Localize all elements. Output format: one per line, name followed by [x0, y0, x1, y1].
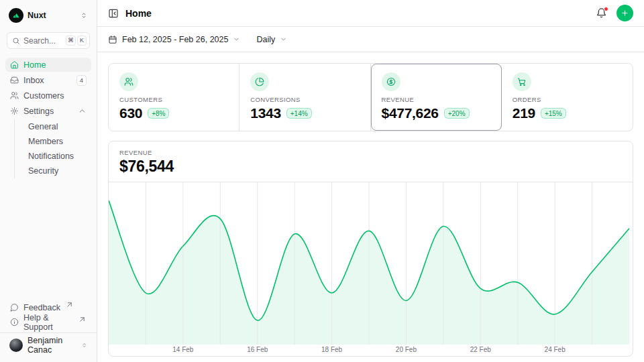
nuxt-logo-icon — [9, 8, 23, 23]
sidebar-item-label: Home — [23, 60, 46, 70]
sidebar-item-settings[interactable]: Settings — [5, 104, 91, 118]
sidebar-item-home[interactable]: Home — [5, 58, 91, 72]
page-title: Home — [125, 8, 152, 19]
sidebar-item-label: Customers — [23, 91, 64, 101]
stat-value: 630 — [119, 105, 142, 121]
sidebar-item-general[interactable]: General — [25, 119, 91, 134]
pie-chart-icon — [255, 77, 264, 86]
x-axis-label: 18 Feb — [321, 346, 342, 353]
arrow-up-right-icon — [65, 300, 74, 309]
stat-delta-badge: +8% — [148, 108, 169, 119]
gear-icon — [10, 107, 19, 115]
sidebar-item-inbox[interactable]: Inbox 4 — [5, 73, 91, 87]
stat-value: $477,626 — [382, 105, 439, 121]
users-icon — [10, 91, 19, 100]
arrow-up-right-icon — [78, 315, 87, 324]
dashboard-content: CUSTOMERS 630 +8% CONVERSIONS 1343 +14% — [97, 52, 644, 362]
topbar-actions — [596, 5, 633, 21]
filter-toolbar: Feb 12, 2025 - Feb 26, 2025 Daily — [97, 27, 644, 52]
chat-bubble-icon — [10, 303, 19, 312]
chart-metric-value: $76,544 — [119, 158, 622, 176]
calendar-icon — [108, 35, 117, 44]
stat-delta-badge: +20% — [444, 108, 470, 119]
chevrons-up-down-icon — [81, 341, 87, 349]
user-name: Benjamin Canac — [28, 336, 76, 355]
users-icon — [124, 77, 133, 86]
stat-conversions[interactable]: CONVERSIONS 1343 +14% — [239, 64, 370, 131]
sidebar: Nuxt Search... ⌘ K Home Inbox 4 Cu — [0, 0, 97, 362]
help-support-link[interactable]: Help & Support — [5, 315, 91, 329]
stat-label: REVENUE — [382, 96, 490, 103]
chevron-up-icon — [78, 107, 87, 115]
plus-icon — [621, 9, 629, 17]
footer-link-label: Help & Support — [23, 313, 73, 332]
stat-revenue[interactable]: REVENUE $477,626 +20% — [371, 64, 502, 131]
revenue-chart-card: REVENUE $76,544 14 Feb16 Feb18 Feb20 Feb… — [108, 141, 633, 357]
chart-canvas — [109, 182, 633, 345]
home-icon — [10, 60, 19, 69]
stat-delta-badge: +15% — [541, 108, 566, 119]
add-button[interactable] — [616, 5, 633, 21]
revenue-area-chart[interactable] — [109, 182, 633, 345]
period-value: Daily — [256, 35, 275, 44]
stat-customers[interactable]: CUSTOMERS 630 +8% — [109, 64, 239, 131]
search-shortcut: ⌘ K — [66, 36, 87, 46]
workspace-name: Nuxt — [28, 11, 46, 20]
workspace-selector[interactable]: Nuxt — [5, 7, 91, 24]
sidebar-footer: Feedback Help & Support Benjamin Canac — [5, 300, 91, 362]
stat-delta-badge: +14% — [286, 108, 312, 119]
sidebar-nav: Home Inbox 4 Customers Settings General … — [5, 57, 91, 180]
stat-label: ORDERS — [513, 96, 622, 103]
stat-label: CONVERSIONS — [250, 96, 359, 103]
date-range-value: Feb 12, 2025 - Feb 26, 2025 — [122, 35, 228, 44]
stat-orders[interactable]: ORDERS 219 +15% — [502, 64, 633, 131]
main-area: Home Feb 12, 2025 - Feb 26, 2025 Daily — [97, 0, 644, 362]
x-axis: 14 Feb16 Feb18 Feb20 Feb22 Feb24 Feb — [109, 345, 633, 356]
sidebar-item-notifications[interactable]: Notifications — [25, 149, 91, 164]
x-axis-label: 14 Feb — [172, 346, 193, 353]
x-axis-label: 16 Feb — [247, 346, 268, 353]
notifications-button[interactable] — [596, 7, 607, 19]
x-axis-label: 22 Feb — [470, 346, 491, 353]
user-menu[interactable]: Benjamin Canac — [7, 337, 90, 353]
chart-metric-label: REVENUE — [119, 149, 622, 156]
sidebar-item-label: Inbox — [23, 76, 44, 85]
avatar — [9, 339, 23, 352]
sidebar-item-security[interactable]: Security — [25, 164, 91, 178]
dollar-circle-icon — [386, 77, 396, 86]
kbd-k: K — [77, 36, 87, 46]
search-input[interactable]: Search... ⌘ K — [7, 32, 90, 49]
stat-value: 1343 — [250, 105, 281, 121]
cart-icon — [517, 77, 527, 86]
user-strip: Benjamin Canac — [0, 333, 97, 359]
chevron-down-icon — [280, 36, 287, 43]
footer-link-label: Feedback — [23, 303, 60, 312]
search-placeholder: Search... — [23, 36, 56, 46]
topbar: Home — [97, 0, 644, 27]
stat-value: 219 — [513, 105, 535, 121]
chevron-down-icon — [233, 36, 240, 43]
panel-left-close-icon — [108, 8, 119, 19]
period-select[interactable]: Daily — [256, 35, 287, 44]
chart-header: REVENUE $76,544 — [109, 141, 633, 182]
kbd-meta: ⌘ — [66, 36, 76, 46]
info-circle-icon — [10, 318, 19, 326]
collapse-sidebar-button[interactable] — [108, 8, 119, 19]
inbox-icon — [10, 76, 19, 84]
stat-label: CUSTOMERS — [119, 96, 228, 103]
stats-row: CUSTOMERS 630 +8% CONVERSIONS 1343 +14% — [108, 63, 633, 131]
inbox-count-badge: 4 — [76, 75, 87, 86]
date-range-picker[interactable]: Feb 12, 2025 - Feb 26, 2025 — [108, 35, 240, 44]
chevrons-up-down-icon — [80, 11, 88, 19]
x-axis-label: 24 Feb — [545, 346, 566, 353]
sidebar-item-members[interactable]: Members — [25, 134, 91, 149]
sidebar-item-label: Settings — [23, 107, 54, 116]
settings-subnav: General Members Notifications Security — [14, 119, 91, 178]
notification-dot — [604, 7, 608, 11]
x-axis-label: 20 Feb — [396, 346, 417, 353]
search-icon — [12, 37, 20, 45]
app-window: Nuxt Search... ⌘ K Home Inbox 4 Cu — [0, 0, 644, 362]
sidebar-item-customers[interactable]: Customers — [5, 88, 91, 103]
